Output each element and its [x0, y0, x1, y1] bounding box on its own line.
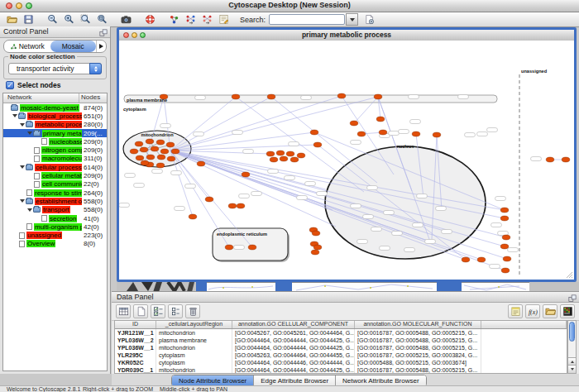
- table-column-header[interactable]: ID: [115, 321, 156, 328]
- table-row[interactable]: YJR121W__1mitochondrion[GO:0045267, GO:0…: [115, 329, 567, 337]
- disclosure-triangle-icon[interactable]: [20, 199, 25, 203]
- tree-row[interactable]: transport558(0): [3, 206, 107, 214]
- float-panel-button[interactable]: [567, 293, 577, 302]
- tab-node-attribute-browser[interactable]: Node Attribute Browser: [172, 375, 254, 386]
- tree-row[interactable]: biological_process651(0): [3, 112, 107, 120]
- background-window[interactable]: [292, 282, 437, 291]
- network-node: [297, 153, 305, 158]
- network-window-titlebar[interactable]: primary metabolic process: [119, 30, 574, 41]
- network-node: [280, 156, 288, 161]
- tree-row-left: Overview: [3, 240, 82, 247]
- tree-column-network[interactable]: Network: [3, 93, 79, 103]
- tab-network[interactable]: Network: [4, 41, 50, 52]
- node-label: [477, 132, 488, 136]
- background-window[interactable]: [462, 282, 529, 291]
- background-window[interactable]: [207, 282, 275, 291]
- disclosure-triangle-icon[interactable]: [20, 165, 25, 169]
- zoom-out-button[interactable]: [45, 13, 60, 26]
- search-config-button[interactable]: [361, 13, 377, 26]
- snapshot-button[interactable]: [118, 13, 134, 26]
- tree-column-nodes[interactable]: Nodes: [79, 93, 107, 103]
- float-panel-button[interactable]: [98, 27, 108, 36]
- network-canvas[interactable]: plasma membranecytoplasmmitochondrionnuc…: [119, 41, 574, 280]
- tree-row[interactable]: Overview8(0): [3, 240, 107, 248]
- tree-row[interactable]: multi-organism pro42(0): [3, 222, 107, 231]
- tree-row[interactable]: primary metabo209(...: [3, 129, 107, 137]
- notes-button[interactable]: [508, 304, 523, 318]
- tree-row[interactable]: macromolecule311(0): [3, 155, 107, 163]
- zoom-region-button[interactable]: [78, 13, 93, 26]
- node-label: [458, 95, 469, 99]
- tree-row[interactable]: response to stimulu264(0): [3, 189, 107, 197]
- table-row[interactable]: YDR039C__1mitochondrion[GO:0044464, GO:0…: [115, 366, 567, 374]
- close-button[interactable]: [123, 32, 129, 38]
- tree-row[interactable]: cell communicat22(0): [3, 180, 107, 189]
- disclosure-triangle-icon[interactable]: [20, 123, 25, 127]
- disclosure-triangle-icon[interactable]: [27, 208, 32, 212]
- zoom-out-icon: [47, 14, 58, 25]
- tab-mosaic[interactable]: Mosaic: [50, 41, 97, 52]
- table-column-header[interactable]: annotation.GO MOLECULAR_FUNCTION: [355, 321, 481, 328]
- tree-item-label: biological_process: [27, 112, 82, 120]
- vizmapper-button[interactable]: [166, 13, 182, 26]
- tree-item-node-count: 22(0): [82, 180, 99, 188]
- table-row[interactable]: YLR295Ccytoplasm[GO:0045263, GO:0044464,…: [115, 351, 567, 359]
- unselect-attributes-button[interactable]: [168, 304, 183, 318]
- new-doc-button[interactable]: [133, 304, 148, 318]
- tree-row[interactable]: nucleobase-209(0): [3, 137, 107, 146]
- matrix-button[interactable]: [560, 304, 575, 318]
- tab-overflow-button[interactable]: [96, 41, 106, 52]
- file-icon: [26, 223, 32, 230]
- tree-item-label: unassigned: [26, 232, 62, 239]
- network-node: [146, 155, 155, 160]
- save-button[interactable]: [21, 13, 36, 26]
- table-cell: YKR052C: [115, 359, 156, 366]
- scroll-down-button[interactable]: [568, 365, 576, 373]
- tree-item-node-count: 558(0): [82, 198, 103, 205]
- zoom-window-button[interactable]: [140, 32, 146, 38]
- tree-item-label: mosaic-demo-yeast: [20, 104, 79, 112]
- node-color-dropdown[interactable]: transporter activity: [8, 63, 102, 74]
- delete-button[interactable]: [185, 304, 200, 318]
- open-folder-button[interactable]: [543, 304, 557, 318]
- tree-row[interactable]: secretion41(0): [3, 214, 107, 222]
- tree-row[interactable]: establishment of lo558(0): [3, 197, 107, 205]
- disclosure-triangle-icon[interactable]: [27, 131, 32, 135]
- tree-row[interactable]: metabolic process280(0): [3, 121, 107, 129]
- table-button[interactable]: [116, 304, 131, 318]
- tree-row[interactable]: unassigned223(0): [3, 231, 107, 239]
- table-column-header[interactable]: annotation.GO CELLULAR_COMPONENT: [232, 321, 355, 328]
- tree-row[interactable]: mosaic-demo-yeast874(0): [3, 103, 107, 112]
- annotation-button[interactable]: [216, 13, 232, 26]
- scrollbar-thumb[interactable]: [569, 322, 575, 342]
- table-column-header[interactable]: _cellularLayoutRegion: [156, 321, 232, 328]
- zoom-fit-button[interactable]: [94, 13, 110, 26]
- zoom-in-button[interactable]: [61, 13, 77, 26]
- select-attributes-button[interactable]: [151, 304, 165, 318]
- open-button[interactable]: [4, 13, 20, 26]
- function-button[interactable]: f(x): [525, 304, 540, 318]
- search-dropdown-button[interactable]: [346, 13, 358, 26]
- file-icon: [19, 232, 25, 239]
- snapshot-icon: [121, 14, 132, 25]
- select-nodes-checkbox[interactable]: [6, 81, 14, 89]
- table-row[interactable]: YPL036W__2plasma membrane[GO:0044464, GO…: [115, 337, 567, 344]
- tree-item-label: multi-organism pro: [34, 223, 82, 231]
- tree-row[interactable]: cellular metabo209(0): [3, 171, 107, 179]
- matrix-icon: [562, 306, 573, 317]
- search-input[interactable]: [269, 14, 345, 25]
- help-button[interactable]: [142, 13, 158, 26]
- table-row[interactable]: YKR052Ccytoplasm[GO:0044464, GO:0044446,…: [115, 359, 567, 366]
- tab-edge-attribute-browser[interactable]: Edge Attribute Browser: [254, 375, 336, 386]
- merge-a-button[interactable]: [183, 13, 199, 26]
- tree-item-node-count: 280(0): [82, 121, 103, 128]
- minimize-button[interactable]: [132, 32, 137, 38]
- table-row[interactable]: YPL036W__1mitochondrion[GO:0044464, GO:0…: [115, 344, 567, 351]
- tree-row[interactable]: cellular process614(0): [3, 163, 107, 171]
- merge-b-button[interactable]: [199, 13, 215, 26]
- tree-row[interactable]: nitrogen compo209(0): [3, 146, 107, 154]
- resize-grip-icon[interactable]: [566, 271, 573, 279]
- tab-network-attribute-browser[interactable]: Network Attribute Browser: [336, 375, 425, 386]
- disclosure-triangle-icon[interactable]: [12, 114, 17, 117]
- table-scrollbar[interactable]: [567, 320, 577, 374]
